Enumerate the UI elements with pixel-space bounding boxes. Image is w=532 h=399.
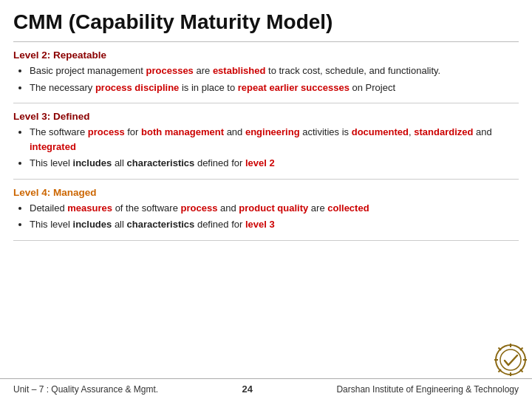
list-item: This level includes all characteristics …: [30, 156, 519, 171]
keyword-process-discipline: process discipline: [95, 82, 179, 93]
footer: Unit – 7 : Quality Assurance & Mgmt. 24 …: [0, 378, 532, 399]
keyword-level3: level 3: [245, 219, 275, 230]
keyword-standardized: standardized: [414, 126, 473, 137]
level2-bullets: Basic project management processes are e…: [13, 64, 519, 95]
level3-bullets: The software process for both management…: [13, 125, 519, 171]
keyword-both-mgmt: both management: [141, 126, 224, 137]
footer-right: Darshan Institute of Engineering & Techn…: [336, 384, 519, 395]
keyword-process2: process: [181, 202, 218, 214]
list-item: Basic project management processes are e…: [30, 64, 519, 78]
keyword-process: process: [88, 126, 125, 137]
level4-bullets: Detailed measures of the software proces…: [13, 201, 519, 232]
list-item: The necessary process discipline is in p…: [30, 81, 519, 95]
keyword-characteristics2: characteristics: [127, 219, 195, 230]
level3-heading: Level 3: Defined: [13, 111, 519, 122]
level4-block: Level 4: Managed Detailed measures of th…: [13, 180, 519, 241]
level2-heading: Level 2: Repeatable: [13, 50, 519, 61]
page-title: CMM (Capability Maturity Model): [13, 10, 519, 34]
keyword-established: established: [213, 65, 266, 76]
footer-left: Unit – 7 : Quality Assurance & Mgmt.: [13, 384, 158, 395]
keyword-collected: collected: [327, 202, 369, 214]
list-item: This level includes all characteristics …: [30, 217, 519, 232]
page: CMM (Capability Maturity Model) Level 2:…: [0, 0, 532, 399]
keyword-product-quality: product quality: [239, 202, 308, 214]
title-section: CMM (Capability Maturity Model): [0, 0, 532, 41]
keyword-includes: includes: [73, 157, 112, 168]
keyword-level2: level 2: [245, 157, 275, 168]
keyword-repeat: repeat earlier successes: [238, 82, 349, 93]
keyword-measures: measures: [67, 202, 112, 214]
content-area: Level 2: Repeatable Basic project manage…: [0, 42, 532, 378]
level2-block: Level 2: Repeatable Basic project manage…: [13, 42, 519, 103]
level3-block: Level 3: Defined The software process fo…: [13, 103, 519, 180]
keyword-includes2: includes: [73, 219, 112, 230]
keyword-engineering: engineering: [245, 126, 300, 137]
level4-heading: Level 4: Managed: [13, 187, 519, 198]
keyword-documented: documented: [352, 126, 409, 137]
keyword-characteristics: characteristics: [127, 157, 195, 168]
svg-point-1: [500, 349, 521, 370]
seal-badge: [492, 341, 529, 378]
keyword-processes: processes: [146, 65, 194, 76]
list-item: The software process for both management…: [30, 125, 519, 154]
keyword-integrated: integrated: [30, 141, 76, 152]
list-item: Detailed measures of the software proces…: [30, 201, 519, 216]
footer-page-number: 24: [242, 383, 253, 395]
